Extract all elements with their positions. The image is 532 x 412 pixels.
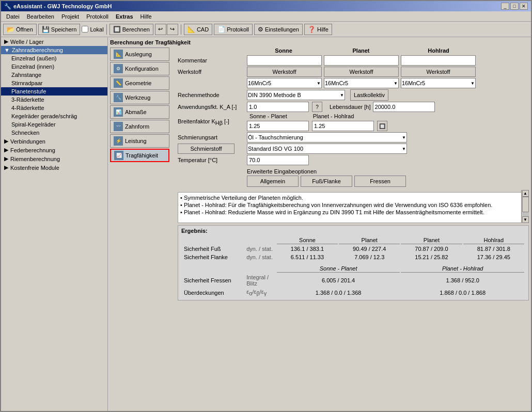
- ergebnis-col-sonne: Sonne: [277, 236, 338, 244]
- subnav-geometrie[interactable]: 📏 Geometrie: [110, 76, 169, 90]
- sidebar-item-kostenfreie-module[interactable]: ▶ Kostenfreie Module: [1, 163, 107, 172]
- material-select-1[interactable]: 16MnCr5: [247, 78, 322, 88]
- geometrie-icon: 📏: [114, 78, 123, 88]
- sidebar-item-welle-lager[interactable]: ▶ Welle / Lager: [1, 37, 107, 46]
- ergebnis-row-2: Sicherheit Flanke dyn. / stat. 6.511 / 1…: [182, 253, 524, 261]
- rechenmethode-select[interactable]: DIN 3990 Methode B: [247, 90, 345, 100]
- sidebar-item-riemenberechnung[interactable]: ▶ Riemenberechnung: [1, 154, 107, 163]
- subnav-werkzeug[interactable]: 🔧 Werkzeug: [110, 91, 169, 104]
- subnav-abmasse[interactable]: 📊 Abmaße: [110, 105, 169, 119]
- ueberdeckungen-label: Überdeckungen: [182, 288, 244, 297]
- sidebar-item-stirnradpaar[interactable]: Stirnradpaar: [1, 79, 107, 87]
- ergebnis-col-planet2: Planet: [401, 236, 462, 244]
- scroll-thumb[interactable]: [522, 197, 529, 212]
- verbindungen-arrow: ▶: [4, 138, 8, 145]
- sidebar-item-verbindungen[interactable]: ▶ Verbindungen: [1, 137, 107, 146]
- werkstoff-btn-3[interactable]: Werkstoff: [401, 67, 476, 77]
- notes-scrollbar[interactable]: ▲ ▼: [521, 190, 529, 223]
- scroll-down-btn[interactable]: ▼: [522, 216, 529, 223]
- riemen-arrow: ▶: [4, 155, 8, 162]
- sidebar-item-einzelrad-innen[interactable]: Einzelrad (innen): [1, 62, 107, 71]
- allgemein-button[interactable]: Allgemein: [247, 176, 299, 187]
- protocol-button[interactable]: 📄 Protokoll: [214, 24, 253, 35]
- main-area: ▶ Welle / Lager ▼ Zahnradberechnung Einz…: [1, 37, 531, 411]
- save-button[interactable]: 💾 Speichern: [38, 24, 81, 35]
- anwendungsfkt-help-btn[interactable]: ?: [312, 102, 322, 112]
- schmierstoff-button[interactable]: Schmierstoff: [178, 144, 234, 154]
- subnav-tragfahigkeit[interactable]: 📈 Tragfähigkeit: [110, 149, 169, 162]
- temperatur-row: Temperatur [°C]: [178, 155, 529, 165]
- sidebar-item-einzelrad-aussen[interactable]: Einzelrad (außen): [1, 54, 107, 62]
- sidebar-item-federberechnung[interactable]: ▶ Federberechnung: [1, 146, 107, 154]
- scroll-track: [522, 197, 529, 216]
- menu-projekt[interactable]: Projekt: [58, 13, 82, 20]
- help-button[interactable]: ❓ Hilfe: [304, 24, 332, 35]
- help-icon: ❓: [308, 26, 316, 33]
- menu-extras[interactable]: Extras: [113, 13, 136, 20]
- local-checkbox[interactable]: [82, 26, 88, 33]
- temperatur-input[interactable]: [247, 155, 309, 165]
- open-button[interactable]: 📂 Öffnen: [3, 24, 37, 35]
- sidebar-item-planetenstufe[interactable]: Planetenstufe: [1, 87, 107, 96]
- ergebnis-table: Sonne Planet Planet Hohlrad Sicherheit F…: [181, 235, 525, 298]
- sicherheit-flanke-v3: 7.069 / 12.3: [339, 253, 400, 261]
- undo-redo-group: ↩ ↪: [155, 24, 178, 35]
- undo-button[interactable]: ↩: [155, 24, 166, 35]
- rechenmethode-label: Rechenmethode: [178, 92, 245, 98]
- menu-hilfe[interactable]: Hilfe: [137, 13, 155, 20]
- lastkollektiv-button[interactable]: Lastkollektiv: [350, 89, 388, 101]
- menu-bearbeiten[interactable]: Bearbeiten: [24, 13, 57, 20]
- ueberdeckungen-vals2: 1.868 / 0.0 / 1.868: [401, 288, 524, 297]
- close-btn[interactable]: ✕: [520, 3, 528, 10]
- menu-datei[interactable]: Datei: [3, 13, 23, 20]
- sidebar-item-schnecken[interactable]: Schnecken: [1, 129, 107, 137]
- sicherheit-flanke-label: Sicherheit Flanke: [182, 253, 244, 261]
- werkstoff-btn-1[interactable]: Werkstoff: [247, 67, 322, 77]
- sidebar-item-spiral-kegelraeder[interactable]: Spiral-Kegelräder: [1, 120, 107, 129]
- fuss-flanke-button[interactable]: Fuß/Flanke: [301, 176, 352, 187]
- minimize-btn[interactable]: _: [501, 3, 509, 10]
- zahnform-icon: 〰: [114, 122, 123, 131]
- sidebar-item-3-raederkette[interactable]: 3-Räderkette: [1, 96, 107, 104]
- feder-arrow: ▶: [4, 147, 8, 153]
- breitenfaktor-input-2[interactable]: [312, 121, 374, 131]
- kommentar-input-1[interactable]: [247, 55, 322, 66]
- menu-protokoll[interactable]: Protokoll: [83, 13, 112, 20]
- sidebar-item-zahnradberechnung[interactable]: ▼ Zahnradberechnung: [1, 46, 107, 54]
- zahnrad-arrow: ▼: [4, 47, 10, 53]
- maximize-btn[interactable]: □: [510, 3, 519, 10]
- werkstoff-btn-2[interactable]: Werkstoff: [324, 67, 399, 77]
- cad-icon: 📐: [187, 26, 195, 33]
- subnav-leistung[interactable]: ⚡ Leistung: [110, 134, 169, 148]
- cad-button[interactable]: 📐 CAD: [184, 24, 212, 35]
- breitenfaktor-extra-btn[interactable]: 🔲: [377, 121, 387, 131]
- breitenfaktor-inputs: 🔲: [247, 121, 387, 131]
- calculate-button[interactable]: 🔲 Berechnen: [109, 24, 153, 35]
- scroll-up-btn[interactable]: ▲: [522, 190, 529, 197]
- schmierungsart-select[interactable]: Öl - Tauchschmierung: [247, 132, 407, 142]
- kommentar-input-2[interactable]: [324, 55, 399, 66]
- lebensdauer-input[interactable]: [373, 102, 435, 112]
- settings-button[interactable]: ⚙ Einstellungen: [254, 24, 303, 35]
- subnav-konfiguration[interactable]: ⚙ Konfiguration: [110, 62, 169, 75]
- sidebar-item-kegelraeder[interactable]: Kegelräder gerade/schräg: [1, 112, 107, 120]
- kostenfreie-arrow: ▶: [4, 164, 8, 171]
- kommentar-input-3[interactable]: [401, 55, 476, 66]
- sicherheit-fuss-v3: 90.49 / 227.4: [339, 245, 400, 252]
- subnav-zahnform[interactable]: 〰 Zahnform: [110, 120, 169, 133]
- tragfahigkeit-icon: 📈: [114, 151, 123, 160]
- material-select-2[interactable]: 16MnCr5: [324, 78, 399, 88]
- subnav-auslegung[interactable]: 📐 Auslegung: [110, 47, 169, 61]
- material-select-3[interactable]: 16MnCr5: [401, 78, 476, 88]
- breitenfaktor-input-1[interactable]: [247, 121, 309, 131]
- leistung-icon: ⚡: [114, 136, 123, 146]
- ergebnis-ueberdeckungen-row: Überdeckungen εα/εβ/εγ 1.368 / 0.0 / 1.3…: [182, 288, 524, 297]
- schmierstoff-select[interactable]: Standard ISO VG 100: [247, 144, 407, 154]
- sidebar-item-4-raederkette[interactable]: 4-Räderkette: [1, 104, 107, 112]
- sidebar-item-zahnstange[interactable]: Zahnstange: [1, 71, 107, 79]
- anwendungsfkt-input[interactable]: [247, 102, 309, 112]
- redo-button[interactable]: ↪: [167, 24, 178, 35]
- fressen-button[interactable]: Fressen: [354, 176, 406, 187]
- temperatur-label: Temperatur [°C]: [178, 157, 245, 163]
- sicherheit-fuss-sub: dyn. / stat.: [245, 245, 276, 252]
